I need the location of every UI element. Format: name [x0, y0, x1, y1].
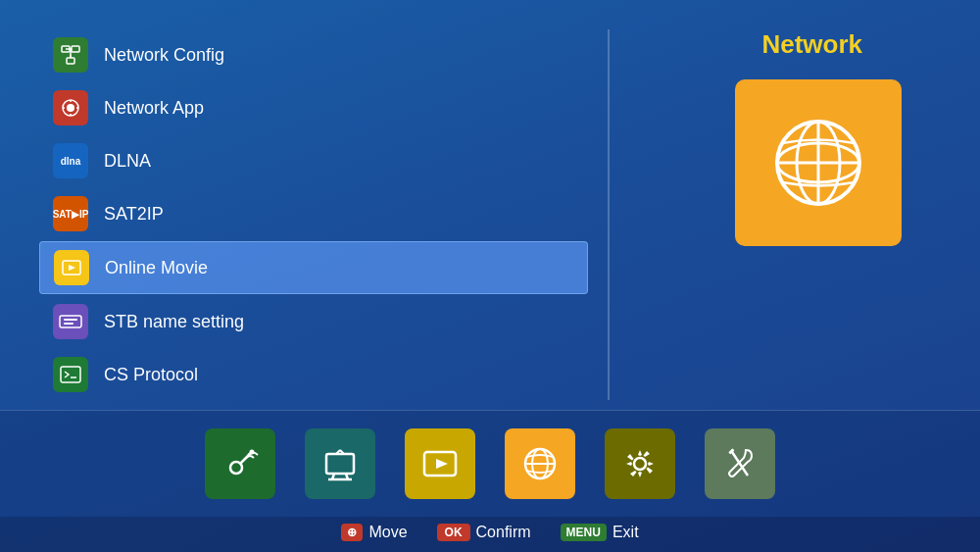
- section-title: Network: [761, 29, 862, 60]
- toolbar-satellite-button[interactable]: [205, 428, 275, 499]
- network-app-icon: [53, 90, 88, 125]
- toolbar-settings-button[interactable]: [605, 428, 675, 499]
- hint-ok-badge: OK: [437, 524, 470, 541]
- menu-item-sat2ip[interactable]: SAT▶IP SAT2IP: [39, 188, 588, 239]
- menu-item-cs-protocol[interactable]: CS Protocol: [39, 349, 588, 400]
- menu-item-network-app[interactable]: Network App: [39, 82, 588, 133]
- hint-menu-exit: MENU Exit: [561, 524, 639, 541]
- toolbar-media-button[interactable]: [405, 428, 475, 499]
- online-movie-icon: [54, 250, 89, 285]
- menu-item-network-config[interactable]: Network Config: [39, 29, 588, 80]
- hint-ok-confirm: OK Confirm: [437, 524, 531, 541]
- hint-menu-badge: MENU: [561, 524, 607, 541]
- svg-rect-2: [67, 58, 74, 64]
- toolbar-tv-button[interactable]: [305, 428, 375, 499]
- menu-item-label-stb-name: STB name setting: [104, 312, 244, 332]
- hint-move: ⊕ Move: [341, 524, 407, 541]
- svg-rect-1: [72, 46, 79, 52]
- svg-marker-35: [436, 459, 448, 469]
- feature-icon-box: [735, 79, 902, 246]
- dlna-icon-text: dlna: [61, 156, 81, 167]
- hint-move-label: Move: [368, 524, 407, 541]
- bottom-hints: ⊕ Move OK Confirm MENU Exit: [0, 517, 980, 552]
- hint-move-badge: ⊕: [341, 524, 363, 541]
- globe-svg: [764, 109, 872, 217]
- bottom-toolbar: [0, 410, 980, 517]
- svg-rect-28: [326, 454, 354, 474]
- toolbar-network-button[interactable]: [505, 428, 575, 499]
- svg-point-39: [634, 458, 646, 470]
- hint-menu-label: Exit: [612, 524, 639, 541]
- menu-item-label-sat2ip: SAT2IP: [104, 204, 164, 225]
- cs-protocol-icon: [53, 357, 88, 392]
- svg-rect-17: [61, 367, 80, 382]
- toolbar-tools-button[interactable]: [705, 428, 775, 499]
- network-config-icon: [53, 37, 88, 73]
- svg-point-6: [67, 104, 74, 112]
- right-panel: Network: [629, 29, 941, 400]
- menu-item-stb-name[interactable]: STB name setting: [39, 296, 588, 347]
- menu-item-label-network-app: Network App: [104, 98, 204, 119]
- svg-rect-16: [64, 323, 74, 325]
- svg-marker-13: [69, 265, 75, 271]
- svg-rect-15: [64, 319, 77, 321]
- menu-item-dlna[interactable]: dlna DLNA: [39, 135, 588, 186]
- svg-rect-14: [60, 316, 81, 327]
- menu-item-label-dlna: DLNA: [104, 151, 151, 172]
- sat2ip-icon: SAT▶IP: [53, 196, 88, 231]
- menu-item-label-online-movie: Online Movie: [105, 258, 208, 278]
- menu-item-label-network-config: Network Config: [104, 45, 224, 66]
- dlna-icon: dlna: [53, 143, 88, 178]
- menu-item-label-cs-protocol: CS Protocol: [104, 365, 198, 385]
- main-container: Network Config Network App: [0, 0, 980, 552]
- hint-ok-label: Confirm: [476, 524, 531, 541]
- stb-name-icon: [53, 304, 88, 339]
- content-area: Network Config Network App: [0, 0, 980, 410]
- menu-item-online-movie[interactable]: Online Movie: [39, 241, 588, 294]
- sat2ip-icon-text: SAT▶IP: [53, 209, 89, 220]
- menu-section: Network Config Network App: [39, 29, 588, 400]
- vertical-divider: [608, 29, 610, 400]
